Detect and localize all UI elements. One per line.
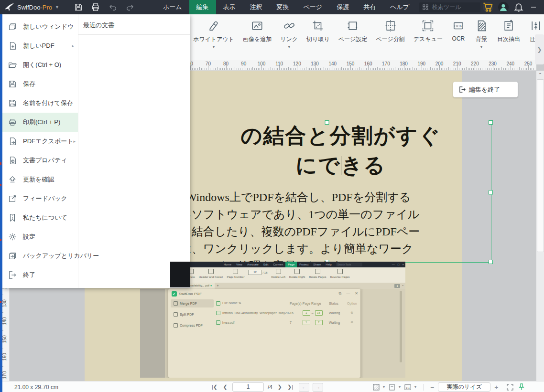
dropdown-caret-icon[interactable]: ▾ — [480, 45, 482, 50]
toolbar-item-deskew[interactable]: デスキュー — [409, 18, 447, 50]
embedded-col-status: Status — [329, 302, 347, 305]
exit-edit-button[interactable]: 編集を終了 — [453, 82, 518, 97]
dropdown-caret-icon[interactable]: ▾ — [213, 45, 215, 50]
background-view-caret-icon[interactable]: ▾ — [383, 385, 385, 389]
ruler-tick — [450, 68, 450, 70]
quick-print-icon[interactable] — [91, 3, 100, 11]
ruler-tick — [496, 68, 497, 70]
toolbar-overflow-chevron[interactable]: ❯ — [535, 34, 544, 64]
document-title-text[interactable]: の結合と分割がすぐ にできる — [190, 121, 491, 180]
embedded-table-header: File Name ⇅Page(s)Page RangeStatusOption — [216, 299, 357, 307]
file-menu-item-feedback[interactable]: フィードバック — [2, 189, 78, 208]
ruler-tick — [461, 68, 461, 70]
file-menu-item-print[interactable]: 印刷(Ctrl + P) — [2, 113, 78, 132]
history-forward-button[interactable]: → — [313, 383, 323, 392]
ruler-label: 100 — [258, 61, 266, 66]
ruler-tick — [316, 68, 317, 70]
file-menu-item-update[interactable]: 更新を確認 — [2, 170, 78, 189]
embedded-dialog-item-icon — [174, 301, 178, 306]
file-menu-item-exit[interactable]: 終了 — [2, 265, 78, 285]
ruler-tick — [267, 68, 267, 70]
toolbar-item-add-image[interactable]: 画像を追加 — [239, 18, 276, 50]
zoom-level-select[interactable]: 実際のサイズ — [438, 382, 490, 392]
toolbar-item-background[interactable]: 背景▾ — [470, 18, 493, 50]
toolbar-item-label: ページ分割 — [376, 35, 405, 43]
file-menu-item-export[interactable]: PDFエクスポート▸ — [2, 132, 78, 151]
cart-icon[interactable] — [483, 2, 493, 12]
next-page-button[interactable]: ❯ — [274, 384, 285, 390]
zoom-out-button[interactable]: − — [430, 383, 434, 391]
tab-表示[interactable]: 表示 — [216, 0, 243, 14]
embedded-dialog-item-icon — [174, 312, 178, 317]
history-back-button[interactable]: ← — [299, 383, 309, 392]
toolbar-item-page-split[interactable]: ページ分割 — [371, 18, 409, 50]
tab-ページ[interactable]: ページ — [296, 0, 330, 14]
zoom-ratio-caret-icon[interactable]: ▾ — [414, 385, 416, 389]
undo-icon[interactable] — [109, 3, 117, 11]
tab-編集[interactable]: 編集 — [189, 0, 216, 14]
toolbar-item-link[interactable]: リンク▾ — [276, 18, 302, 50]
search-input[interactable] — [431, 3, 479, 11]
ruler-tick — [309, 68, 310, 70]
toolbar-item-toc-extract[interactable]: 目次抽出 — [493, 18, 524, 50]
tab-注釈[interactable]: 注釈 — [243, 0, 270, 14]
ruler-tick — [445, 68, 445, 70]
vertical-scrollbar[interactable]: ⌃ — [536, 71, 544, 381]
ruler-tick — [434, 68, 435, 70]
zoom-in-button[interactable]: + — [494, 383, 498, 391]
page-number-input[interactable]: 1 — [232, 382, 264, 392]
file-menu-item-save[interactable]: 保存 — [2, 74, 78, 94]
app-menu-caret-icon[interactable]: ▼ — [55, 5, 59, 10]
selection-handle[interactable] — [489, 260, 493, 264]
maximize-button[interactable] — [541, 0, 544, 14]
tab-変換[interactable]: 変換 — [270, 0, 296, 14]
toolbar-item-page-setup[interactable]: ページ設定 — [334, 18, 372, 50]
file-menu-item-open[interactable]: 開く(Ctrl + O) — [2, 55, 78, 74]
file-menu-item-settings[interactable]: 設定 — [2, 227, 78, 246]
notifications-bell-icon[interactable] — [513, 2, 524, 12]
ruler-tick — [466, 67, 467, 70]
zoom-ratio-icon[interactable]: 1:1 — [404, 384, 411, 391]
tab-ホーム[interactable]: ホーム — [156, 0, 189, 14]
file-menu-item-doc-properties[interactable]: 文書プロパティ — [2, 151, 78, 170]
scrollbar-thumb[interactable] — [537, 79, 544, 252]
dropdown-caret-icon[interactable]: ▾ — [288, 45, 290, 50]
toolbar-item-whiteout[interactable]: ホワイトアウト▾ — [189, 18, 239, 50]
tab-共有[interactable]: 共有 — [356, 0, 383, 14]
file-menu-item-new-window[interactable]: 新しいウィンドウ — [2, 17, 78, 36]
tab-保護[interactable]: 保護 — [329, 0, 356, 14]
embedded-tab-dot: ● — [209, 284, 212, 287]
file-menu-item-new-pdf[interactable]: 新しいPDF▸ — [2, 36, 78, 55]
scroll-up-arrow-icon[interactable]: ⌃ — [536, 71, 544, 78]
ruler-tick — [494, 68, 495, 70]
file-menu-item-about[interactable]: 私たちについて — [2, 208, 78, 227]
account-icon[interactable] — [498, 2, 509, 12]
search-box[interactable] — [419, 2, 480, 12]
toolbar-item-crop[interactable]: 切り取り — [302, 18, 334, 50]
tab-ヘルプ[interactable]: ヘルプ — [383, 0, 416, 14]
ruler-tick — [416, 68, 417, 70]
first-page-button[interactable]: |❮ — [209, 384, 220, 390]
embedded-tool-item: Header and Footer — [199, 269, 223, 278]
ruler-tick — [343, 68, 344, 70]
redo-icon[interactable] — [126, 3, 134, 11]
ruler-label: 190 — [417, 61, 425, 66]
toolbar-item-ocr[interactable]: OCROCR — [447, 18, 470, 50]
body-text-line: Fは、Windows上でPDFを結合し、PDFを分割する — [156, 189, 478, 206]
fullscreen-icon[interactable] — [507, 384, 513, 391]
ruler-tick — [201, 68, 202, 70]
previous-page-button[interactable]: ❮ — [220, 384, 230, 390]
pin-icon[interactable] — [518, 383, 525, 391]
embedded-tool-icon — [276, 269, 281, 274]
page-layout-caret-icon[interactable]: ▾ — [399, 385, 401, 389]
embedded-row-filename: hysy.pdf — [222, 321, 290, 324]
file-menu-item-save-as[interactable]: 名前を付けて保存 — [2, 94, 78, 113]
quick-save-icon[interactable] — [74, 3, 83, 11]
last-page-button[interactable]: ❯| — [285, 384, 295, 390]
selection-handle[interactable] — [489, 190, 493, 194]
background-view-icon[interactable] — [373, 384, 380, 391]
embedded-row-pagerange: 1–7 — [303, 320, 329, 325]
minimize-button[interactable] — [526, 0, 541, 14]
page-layout-icon[interactable] — [389, 384, 395, 391]
file-menu-item-backup[interactable]: バックアップとリカバリー — [2, 246, 78, 265]
